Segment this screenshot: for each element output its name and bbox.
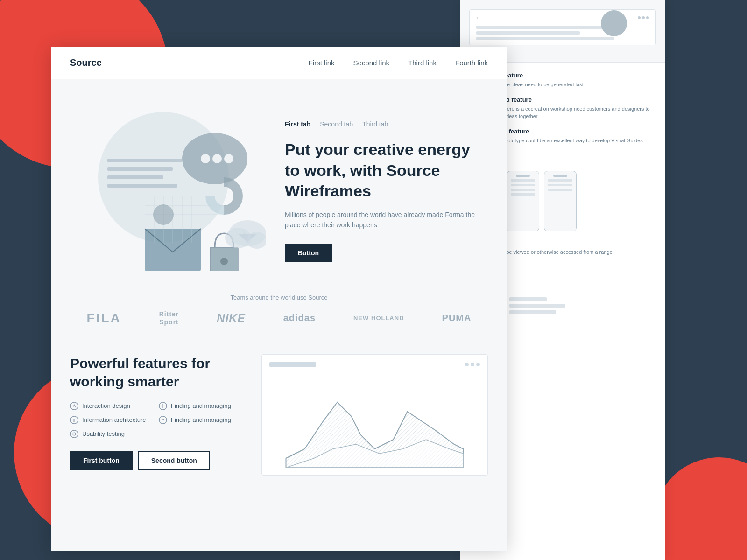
chart-dot (471, 363, 474, 366)
phone-content-line (548, 179, 572, 182)
feature-icon-finding3 (159, 416, 167, 424)
chart-svg (269, 374, 480, 468)
phone-content-line (548, 189, 572, 191)
second-feature-desc: When there is a cocreation workshop need… (488, 105, 656, 120)
brand-puma: PUMA (442, 313, 472, 323)
brands-row: FILA RitterSport NIKE adidas NEW HOLLAND… (70, 310, 488, 326)
svg-point-13 (212, 154, 222, 163)
chart-topbar (269, 362, 480, 367)
feature-label: Finding and managing (171, 402, 231, 409)
browser-line (476, 31, 580, 35)
features-title: Powerful features for working smarter (70, 354, 238, 391)
browser-circle-icon (600, 9, 628, 37)
browser-dot (646, 16, 649, 19)
svg-point-27 (153, 204, 174, 225)
feature-item: Usability testing (70, 430, 149, 438)
hero-content: First tab Second tab Third tab Put your … (285, 111, 488, 262)
brand-newholland: NEW HOLLAND (353, 315, 404, 322)
svg-rect-8 (107, 167, 173, 171)
features-list: Interaction design Finding and managing … (70, 402, 238, 438)
hero-description: Millions of people around the world have… (285, 210, 488, 231)
hero-button[interactable]: Button (285, 244, 332, 262)
navbar-links: First link Second link Third link Fourth… (309, 59, 488, 67)
browser-line (476, 37, 614, 40)
features-right (261, 354, 488, 476)
chart-dots (465, 363, 480, 366)
browser-dot (638, 16, 641, 19)
watch-text-line (509, 310, 556, 314)
brand-fila: FILA (87, 311, 121, 326)
feature-icon-usability (70, 430, 78, 438)
svg-point-33 (70, 402, 78, 410)
main-page: Source First link Second link Third link… (51, 47, 507, 551)
feature-item: Interaction design (70, 402, 149, 410)
svg-point-32 (247, 232, 266, 249)
nav-link-fourth[interactable]: Fourth link (455, 59, 488, 67)
nav-link-second[interactable]: Second link (353, 59, 390, 67)
brands-section: Teams around the world use Source FILA R… (51, 285, 507, 340)
features-left: Powerful features for working smarter In… (70, 354, 238, 476)
phone-content-line (511, 184, 535, 186)
nav-link-first[interactable]: First link (309, 59, 335, 67)
phone-content-line (511, 189, 535, 191)
phone-top-bar (553, 175, 567, 177)
browser-frame: ‹ (469, 9, 656, 45)
svg-rect-7 (107, 159, 182, 162)
brand-nike: NIKE (217, 312, 245, 325)
second-button[interactable]: Second button (138, 451, 210, 470)
tab-third[interactable]: Third tab (362, 120, 388, 128)
features-section: Powerful features for working smarter In… (51, 340, 507, 490)
feature-icon-interaction (70, 402, 78, 410)
svg-point-14 (224, 154, 233, 163)
feature-icon-finding2 (159, 402, 167, 410)
phone-frame-2 (507, 171, 539, 231)
browser-dot (642, 16, 645, 19)
nav-link-third[interactable]: Third link (408, 59, 437, 67)
svg-point-17 (220, 258, 228, 265)
chart-title-bar (269, 362, 316, 367)
hero-section: First tab Second tab Third tab Put your … (51, 79, 507, 285)
fourth-feature-title: Fourth feature (488, 128, 643, 135)
browser-dots (638, 16, 649, 19)
brand-logo: Source (70, 57, 102, 68)
svg-point-35 (70, 416, 78, 424)
browser-line (476, 26, 614, 29)
phone-content-line (548, 184, 572, 186)
chart-dot (465, 363, 469, 366)
phone-frame-3 (544, 171, 577, 231)
feature-item: Finding and managing (159, 416, 238, 424)
phone-content-line (511, 193, 535, 196)
second-feature-title: Second feature (488, 96, 656, 103)
hero-title: Put your creative energy to work, with S… (285, 139, 488, 201)
feature-label: Information architecture (82, 416, 146, 423)
chart-frame (261, 354, 488, 476)
svg-point-0 (601, 10, 627, 36)
watch-text-line (509, 297, 547, 301)
feature-item: Finding and managing (159, 402, 238, 410)
navbar: Source First link Second link Third link… (51, 47, 507, 79)
svg-point-12 (201, 154, 210, 163)
tabs-row: First tab Second tab Third tab (285, 120, 488, 128)
brands-tagline: Teams around the world use Source (70, 294, 488, 301)
feature-label: Usability testing (82, 430, 125, 437)
hero-svg (70, 103, 266, 271)
feature-label: Finding and managing (171, 416, 231, 423)
buttons-row: First button Second button (70, 451, 238, 470)
first-button[interactable]: First button (70, 451, 133, 470)
tab-second[interactable]: Second tab (320, 120, 353, 128)
hero-illustration (70, 103, 266, 271)
tab-first[interactable]: First tab (285, 120, 310, 128)
svg-point-37 (70, 430, 78, 438)
watch-text-line (509, 304, 565, 308)
bg-circle-red-right (654, 457, 747, 560)
svg-rect-9 (107, 175, 163, 179)
feature-item: Information architecture (70, 416, 149, 424)
browser-chevron-icon: ‹ (476, 14, 478, 21)
svg-rect-10 (107, 184, 177, 188)
svg-point-36 (159, 416, 167, 424)
brand-adidas: adidas (283, 313, 316, 323)
svg-point-38 (73, 433, 76, 435)
feature-label: Interaction design (82, 402, 130, 409)
feature-icon-info (70, 416, 78, 424)
fourth-feature-desc: Paper prototype could be an excellent wa… (488, 137, 643, 145)
